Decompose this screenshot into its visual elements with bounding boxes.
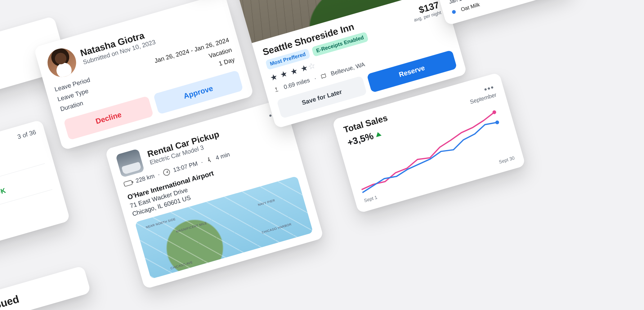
map-label: MAGNIFICENT MILE — [176, 221, 207, 233]
svg-point-0 — [208, 157, 209, 159]
axis-end: Sept 30 — [498, 155, 515, 165]
map-label: NEAR NORTH SIDE — [145, 217, 176, 229]
map-icon — [320, 73, 327, 79]
battery-icon — [123, 180, 133, 187]
rental-time: 13:07 PM — [172, 160, 199, 174]
news-title: n, Sued — [0, 276, 80, 310]
svg-point-2 — [495, 120, 499, 125]
legend-label: Oat Milk — [460, 2, 480, 13]
up-arrow-icon — [375, 131, 382, 137]
news-card: n, Sued — [0, 265, 91, 310]
car-thumbnail — [115, 148, 145, 178]
legend-dot-icon — [452, 10, 456, 14]
axis-start: Sept 1 — [363, 194, 378, 203]
map-label: Navy Pier — [257, 198, 275, 206]
avatar — [44, 45, 79, 80]
pin-icon — [273, 86, 280, 93]
rental-distance: 228 km — [135, 172, 155, 184]
map-label: Chicago Ave — [170, 260, 193, 270]
rental-walk: 4 min — [215, 151, 231, 162]
walk-icon — [205, 156, 213, 164]
map-label: Chicago Harbor — [262, 222, 292, 234]
clock-icon — [162, 168, 171, 176]
hotel-distance: 0.69 miles — [283, 77, 311, 91]
